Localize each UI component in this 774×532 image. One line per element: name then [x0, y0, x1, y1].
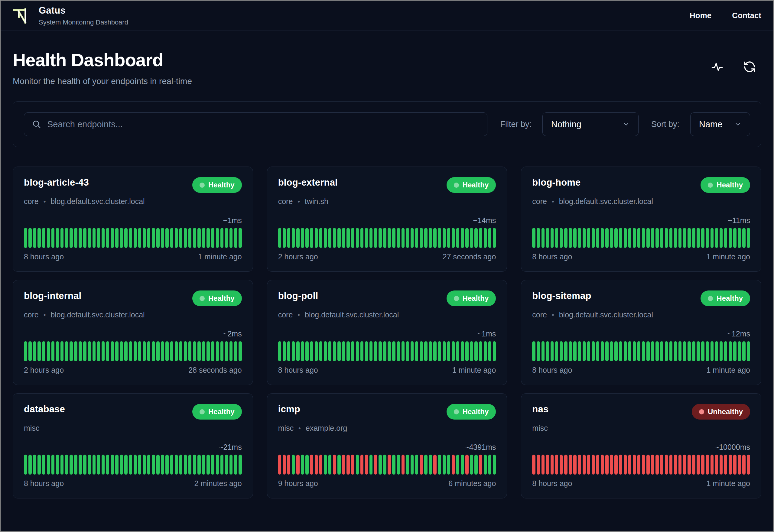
- uptime-bar-failure: [555, 455, 558, 475]
- uptime-bar-success: [479, 341, 482, 361]
- uptime-bar-success: [229, 228, 233, 248]
- endpoint-name: database: [24, 404, 65, 415]
- uptime-bar-success: [628, 341, 632, 361]
- separator-dot: •: [552, 311, 554, 319]
- response-time: ~21ms: [24, 443, 242, 455]
- uptime-bar-success: [351, 341, 354, 361]
- uptime-bar-success: [669, 228, 673, 248]
- uptime-bar-success: [83, 228, 86, 248]
- endpoint-host: blog.default.svc.cluster.local: [559, 197, 653, 206]
- chevron-down-icon: [734, 121, 741, 128]
- uptime-bar-success: [628, 228, 632, 248]
- uptime-bar-success: [97, 341, 100, 361]
- sort-select[interactable]: Name: [690, 112, 750, 136]
- endpoint-meta: core • blog.default.svc.cluster.local: [278, 310, 496, 319]
- oldest-timestamp: 8 hours ago: [278, 366, 318, 375]
- status-badge: Unhealthy: [692, 404, 750, 420]
- uptime-bar-success: [683, 228, 686, 248]
- endpoint-card[interactable]: blog-home Healthy core • blog.default.sv…: [521, 167, 761, 272]
- uptime-bar-failure: [738, 455, 741, 475]
- uptime-bar-success: [701, 341, 704, 361]
- uptime-bar-failure: [310, 455, 313, 475]
- uptime-bar-success: [28, 455, 32, 475]
- uptime-bar-success: [324, 455, 327, 475]
- uptime-history-bars: [24, 455, 242, 475]
- uptime-bar-success: [165, 228, 169, 248]
- endpoint-card[interactable]: blog-external Healthy core • twin.sh ~14…: [267, 167, 507, 272]
- uptime-bar-success: [369, 455, 373, 475]
- uptime-history-bars: [278, 455, 496, 475]
- endpoint-card[interactable]: nas Unhealthy misc • ~10000ms 8 hours ag…: [521, 393, 761, 498]
- uptime-bar-success: [165, 341, 169, 361]
- uptime-bar-failure: [720, 455, 723, 475]
- uptime-bar-success: [551, 228, 554, 248]
- search-icon: [32, 120, 41, 129]
- uptime-bar-success: [651, 228, 654, 248]
- uptime-bar-success: [365, 341, 368, 361]
- uptime-bar-success: [225, 455, 228, 475]
- uptime-bar-success: [220, 455, 224, 475]
- uptime-bar-success: [111, 341, 114, 361]
- uptime-history-bars: [532, 341, 750, 361]
- uptime-bar-success: [239, 455, 242, 475]
- endpoint-group: core: [532, 310, 547, 319]
- uptime-bar-success: [369, 341, 373, 361]
- filter-select[interactable]: Nothing: [542, 112, 639, 136]
- uptime-bar-success: [493, 341, 496, 361]
- endpoint-card[interactable]: icmp Healthy misc • example.org ~4391ms …: [267, 393, 507, 498]
- status-badge: Healthy: [701, 177, 750, 193]
- separator-dot: •: [298, 311, 300, 319]
- endpoint-card[interactable]: blog-poll Healthy core • blog.default.sv…: [267, 280, 507, 385]
- search-box[interactable]: [24, 112, 487, 136]
- uptime-bar-failure: [697, 455, 700, 475]
- uptime-bar-success: [296, 228, 300, 248]
- uptime-bar-success: [624, 341, 627, 361]
- oldest-timestamp: 8 hours ago: [24, 252, 64, 261]
- endpoint-card[interactable]: blog-sitemap Healthy core • blog.default…: [521, 280, 761, 385]
- status-dot-icon: [454, 296, 459, 301]
- uptime-bar-failure: [546, 455, 549, 475]
- endpoint-meta: core • twin.sh: [278, 197, 496, 206]
- uptime-bar-failure: [614, 455, 618, 475]
- uptime-bar-success: [175, 455, 178, 475]
- brand-title: Gatus: [39, 5, 128, 16]
- nav-link-contact[interactable]: Contact: [732, 11, 761, 20]
- endpoint-card[interactable]: database Healthy misc • ~21ms 8 hours ag…: [13, 393, 253, 498]
- uptime-bar-success: [60, 228, 64, 248]
- uptime-bar-failure: [578, 455, 581, 475]
- uptime-bar-success: [156, 341, 160, 361]
- uptime-bar-success: [60, 455, 64, 475]
- refresh-icon[interactable]: [743, 60, 756, 73]
- status-dot-icon: [200, 183, 205, 188]
- uptime-bar-success: [605, 341, 609, 361]
- oldest-timestamp: 8 hours ago: [532, 479, 572, 488]
- uptime-bar-success: [697, 228, 700, 248]
- uptime-bar-success: [278, 228, 281, 248]
- endpoint-host: blog.default.svc.cluster.local: [50, 310, 145, 319]
- endpoint-host: blog.default.svc.cluster.local: [559, 310, 653, 319]
- uptime-bar-success: [660, 228, 663, 248]
- uptime-bar-failure: [283, 455, 286, 475]
- endpoint-card[interactable]: blog-internal Healthy core • blog.defaul…: [13, 280, 253, 385]
- status-badge: Healthy: [192, 404, 242, 420]
- uptime-bar-success: [216, 455, 219, 475]
- endpoint-card[interactable]: blog-article-43 Healthy core • blog.defa…: [13, 167, 253, 272]
- uptime-bar-success: [624, 228, 627, 248]
- uptime-bar-success: [655, 341, 659, 361]
- uptime-bar-success: [532, 341, 535, 361]
- uptime-bar-success: [747, 228, 750, 248]
- uptime-bar-success: [310, 341, 313, 361]
- nav-link-home[interactable]: Home: [690, 11, 711, 20]
- endpoint-host: blog.default.svc.cluster.local: [305, 310, 399, 319]
- uptime-bar-success: [642, 228, 645, 248]
- uptime-bar-failure: [287, 455, 291, 475]
- uptime-bar-success: [488, 228, 492, 248]
- uptime-bar-success: [397, 228, 400, 248]
- uptime-bar-success: [443, 228, 446, 248]
- uptime-bar-success: [388, 228, 391, 248]
- uptime-bar-success: [555, 228, 558, 248]
- main-content: Health Dashboard Monitor the health of y…: [1, 50, 773, 498]
- activity-icon[interactable]: [711, 61, 723, 73]
- search-input[interactable]: [47, 119, 479, 129]
- uptime-bar-success: [537, 228, 540, 248]
